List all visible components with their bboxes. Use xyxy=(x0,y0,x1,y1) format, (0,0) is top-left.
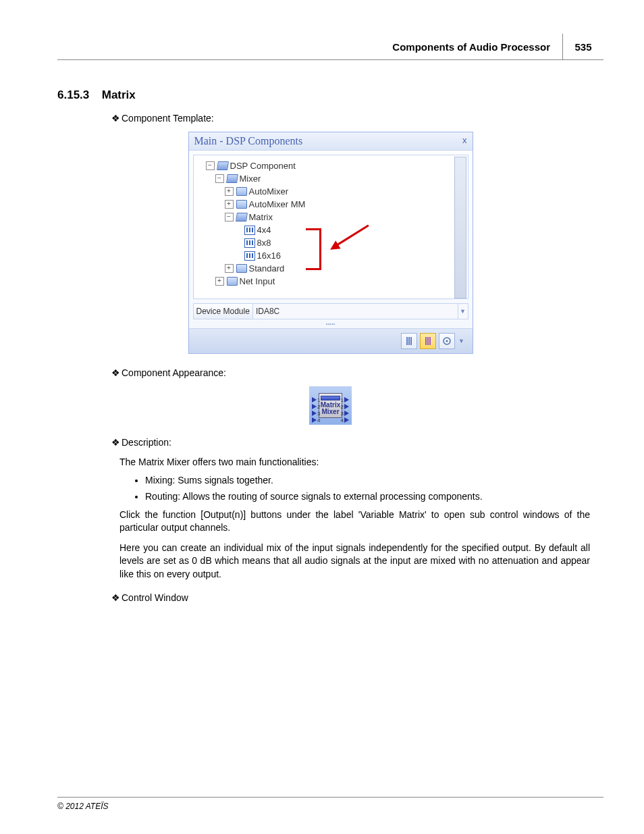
page-header: Components of Audio Processor 535 xyxy=(57,34,603,60)
list-item: Routing: Allows the routing of source si… xyxy=(145,491,603,502)
window-titlebar: Main - DSP Components x xyxy=(189,132,473,151)
matrix-icon xyxy=(244,251,255,261)
tree-label: AutoMixer xyxy=(249,186,289,197)
view-list-button[interactable] xyxy=(401,333,417,349)
expand-icon[interactable]: + xyxy=(225,200,234,209)
tree-label: Standard xyxy=(249,263,285,273)
output-pins: 1 2 3 4 xyxy=(340,396,349,423)
chip-label-line2: Mixer xyxy=(321,409,340,415)
collapse-icon[interactable]: − xyxy=(206,161,215,170)
tree-node-automixer[interactable]: +AutoMixer xyxy=(225,185,465,198)
folder-closed-icon xyxy=(236,264,247,273)
pin-icon xyxy=(344,411,349,416)
folder-closed-icon xyxy=(236,200,247,209)
tree-label: AutoMixer MM xyxy=(249,199,306,209)
scroll-thumb[interactable] xyxy=(455,186,466,207)
dsp-components-window: Main - DSP Components x ▲ ▼ −DSP Compone… xyxy=(188,132,473,354)
folder-open-icon xyxy=(227,174,238,183)
pin-icon xyxy=(312,417,317,423)
copyright: © 2012 ATEÏS xyxy=(57,802,109,811)
pin-icon xyxy=(312,397,317,402)
tree-node-matrix[interactable]: −Matrix xyxy=(225,211,465,224)
window-toolbar: ▼ xyxy=(189,328,473,353)
list-item: Mixing: Sums signals together. xyxy=(145,475,603,486)
tree-leaf-16x16[interactable]: 16x16 xyxy=(234,249,465,262)
tree-label: 8x8 xyxy=(257,238,271,248)
description-intro: The Matrix Mixer offers two main functio… xyxy=(119,456,590,469)
scroll-up-icon[interactable]: ▲ xyxy=(455,157,466,168)
component-template-label: Component Template: xyxy=(111,113,603,124)
component-appearance-label: Component Appearance: xyxy=(111,367,603,378)
expand-icon[interactable]: + xyxy=(225,264,234,273)
expand-icon[interactable]: + xyxy=(215,277,224,286)
matrix-mixer-chip: 1 2 3 4 Matrix Mixer 1 2 3 4 xyxy=(319,393,342,418)
tree-node-mixer[interactable]: −Mixer xyxy=(215,172,465,185)
input-pins: 1 2 3 4 xyxy=(312,396,321,423)
tree-node-automixer-mm[interactable]: +AutoMixer MM xyxy=(225,198,465,211)
annotation-arrow-icon xyxy=(327,223,375,250)
device-module-selector[interactable]: Device Module IDA8C ▼ xyxy=(193,303,468,319)
tree-area: ▲ ▼ −DSP Component −Mixer +AutoMixer +Au… xyxy=(193,155,468,299)
section-title: Matrix xyxy=(102,88,136,101)
section-heading: 6.15.3 Matrix xyxy=(57,88,603,102)
section-number: 6.15.3 xyxy=(57,88,89,101)
chevron-down-icon[interactable]: ▼ xyxy=(458,304,468,319)
folder-closed-icon xyxy=(236,187,247,196)
chevron-down-icon[interactable]: ▼ xyxy=(458,338,466,344)
header-title: Components of Audio Processor xyxy=(392,41,550,53)
component-appearance-figure: 1 2 3 4 Matrix Mixer 1 2 3 4 xyxy=(57,386,603,425)
folder-closed-icon xyxy=(227,277,238,286)
tree-label: DSP Component xyxy=(230,161,296,171)
description-paragraph: Here you can create an individual mix of… xyxy=(119,542,590,581)
close-icon[interactable]: x xyxy=(462,135,467,147)
expand-icon[interactable]: + xyxy=(225,187,234,196)
svg-point-1 xyxy=(446,340,448,342)
tree-node-standard[interactable]: +Standard xyxy=(225,262,465,275)
tree-label: Net Input xyxy=(240,276,275,286)
tree-node-net-input[interactable]: +Net Input xyxy=(215,275,465,288)
description-label: Description: xyxy=(111,437,603,448)
scroll-down-icon[interactable]: ▼ xyxy=(455,286,466,296)
page-number: 535 xyxy=(562,34,603,59)
control-window-label: Control Window xyxy=(111,592,603,603)
collapse-icon[interactable]: − xyxy=(225,213,234,221)
folder-open-icon xyxy=(217,161,228,170)
pin-icon xyxy=(312,411,317,416)
pin-icon xyxy=(312,404,317,409)
collapse-icon[interactable]: − xyxy=(215,174,224,183)
pin-icon xyxy=(344,397,349,402)
tree-node-root[interactable]: −DSP Component xyxy=(206,159,465,172)
matrix-icon xyxy=(244,238,255,248)
folder-open-icon xyxy=(236,213,247,221)
device-module-label: Device Module xyxy=(194,304,253,319)
pin-icon xyxy=(344,417,349,423)
tree-label: Mixer xyxy=(240,174,261,184)
matrix-icon xyxy=(244,226,255,235)
description-paragraph: Click the function [Output(n)] buttons u… xyxy=(119,509,590,535)
tree-label: 4x4 xyxy=(257,225,271,235)
tree-label: Matrix xyxy=(249,212,273,222)
annotation-bracket xyxy=(306,228,321,270)
pin-icon xyxy=(344,404,349,409)
view-settings-button[interactable] xyxy=(439,333,455,349)
tree-label: 16x16 xyxy=(257,251,281,261)
page-footer: © 2012 ATEÏS xyxy=(57,797,603,811)
window-title: Main - DSP Components xyxy=(194,135,303,147)
view-grid-button[interactable] xyxy=(420,333,436,349)
device-module-value: IDA8C xyxy=(253,307,458,316)
